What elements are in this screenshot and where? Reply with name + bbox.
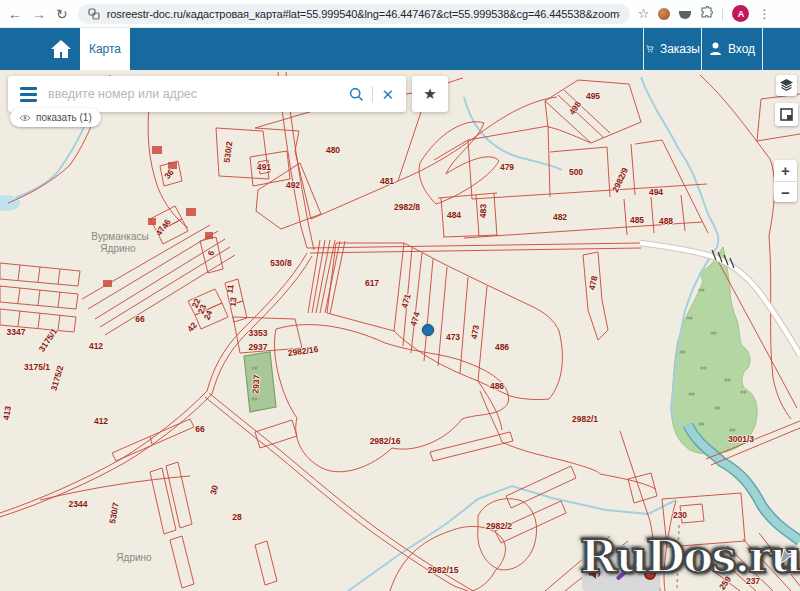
layers-icon [779,78,794,93]
reload-button[interactable]: ↻ [56,7,68,21]
divider [643,28,644,70]
home-button[interactable] [44,28,78,70]
zoom-in-button[interactable]: + [774,160,797,181]
screenshot-toolbar-icons [588,567,656,580]
draw-area-icon [779,107,794,122]
divider [722,7,723,21]
address-bar[interactable]: rosreestr-doc.ru/кадастровая_карта#lat=5… [78,4,630,24]
green-parcel-2937[interactable] [244,352,276,412]
browser-window: ← → ↻ rosreestr-doc.ru/кадастровая_карта… [0,0,800,591]
menu-icon[interactable] [8,87,48,102]
profile-avatar[interactable]: A [732,5,749,22]
tab-map[interactable]: Карта [80,28,130,70]
map-marker[interactable] [422,324,434,336]
home-icon [49,38,73,60]
extension-icon-2[interactable] [679,11,691,19]
search-input[interactable] [48,87,349,101]
user-icon [709,42,722,56]
divider [762,28,763,70]
draw-area-button[interactable] [775,103,798,126]
cadastral-map[interactable]: 495498480530/24914924812982/848448347950… [0,70,800,591]
record-icon[interactable] [644,568,656,580]
browser-menu-icon[interactable]: ⋮ [758,7,770,21]
zoom-control: + − [774,160,797,202]
clear-icon[interactable]: ✕ [381,87,394,102]
favorites-button[interactable]: ★ [412,76,448,112]
back-button[interactable]: ← [8,7,22,21]
speaker-icon[interactable] [588,567,602,580]
extension-icon[interactable] [658,8,670,20]
orders-button[interactable]: Заказы [646,28,700,70]
zoom-out-button[interactable]: − [774,181,797,202]
eye-icon [19,114,31,122]
forward-button[interactable]: → [32,7,46,21]
search-icon[interactable] [349,87,364,102]
cursor-arrow-icon [778,548,796,566]
show-toggle[interactable]: показать (1) [10,108,101,127]
login-button[interactable]: Вход [704,28,760,70]
site-info-icon[interactable] [88,8,100,20]
bookmark-star-icon[interactable]: ☆ [638,6,650,21]
cart-icon [646,42,654,56]
cadastral-map-canvas[interactable] [0,70,800,591]
layers-button[interactable] [776,75,797,96]
divider [372,86,373,102]
search-bar: ✕ [8,76,406,112]
divider [701,28,702,70]
site-navbar: Карта Заказы Вход [0,28,800,70]
url-text: rosreestr-doc.ru/кадастровая_карта#lat=5… [107,8,620,20]
brush-icon[interactable] [616,567,631,580]
browser-toolbar: ← → ↻ rosreestr-doc.ru/кадастровая_карта… [0,0,800,28]
extensions-puzzle-icon[interactable] [700,5,713,23]
